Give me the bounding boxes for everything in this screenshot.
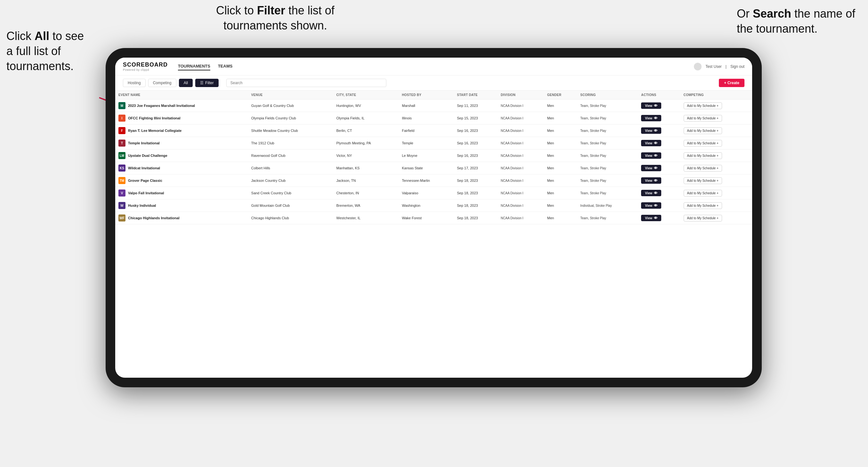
table-row: I OFCC Fighting Illini Invitational Olym… [115,112,752,125]
view-button-2[interactable]: View 👁 [641,127,661,134]
tab-all[interactable]: All [179,79,193,87]
cell-gender-3: Men [544,137,577,150]
eye-icon-2: 👁 [654,129,657,132]
cell-scoring-5: Team, Stroke Play [577,162,638,175]
cell-actions-3: View 👁 [638,137,680,150]
cell-date-9: Sep 18, 2023 [454,212,498,224]
cell-date-8: Sep 18, 2023 [454,199,498,212]
cell-scoring-7: Team, Stroke Play [577,187,638,199]
event-name-4: Upstate Dual Challenge [128,154,167,157]
eye-icon-7: 👁 [654,191,657,195]
event-name-0: 2023 Joe Feaganes Marshall Invitational [128,104,195,107]
cell-hosted-1: Illinois [399,112,454,125]
view-button-7[interactable]: View 👁 [641,190,661,196]
view-button-5[interactable]: View 👁 [641,165,661,171]
add-schedule-button-9[interactable]: Add to My Schedule + [684,215,722,221]
eye-icon-9: 👁 [654,216,657,220]
cell-city-6: Jackson, TN [333,175,399,187]
view-button-6[interactable]: View 👁 [641,177,661,184]
cell-city-9: Westchester, IL [333,212,399,224]
view-button-1[interactable]: View 👁 [641,115,661,121]
nav-tournaments[interactable]: TOURNAMENTS [178,62,210,70]
cell-gender-5: Men [544,162,577,175]
col-event-name: EVENT NAME [115,91,248,99]
table-row: WF Chicago Highlands Invitational Chicag… [115,212,752,224]
col-city-state: CITY, STATE [333,91,399,99]
cell-gender-6: Men [544,175,577,187]
team-logo-1: I [118,115,125,122]
add-schedule-button-5[interactable]: Add to My Schedule + [684,165,722,172]
filter-button[interactable]: ☰ Filter [195,79,219,87]
app-logo-sub: Powered by clippd [123,68,168,71]
cell-scoring-6: Team, Stroke Play [577,175,638,187]
tablet-screen: SCOREBOARD Powered by clippd TOURNAMENTS… [115,58,752,378]
view-button-4[interactable]: View 👁 [641,152,661,159]
add-schedule-button-7[interactable]: Add to My Schedule + [684,190,722,196]
cell-gender-4: Men [544,150,577,162]
add-schedule-button-4[interactable]: Add to My Schedule + [684,152,722,159]
cell-division-2: NCAA Division I [498,125,544,137]
cell-event-5: KS Wildcat Invitational [115,162,248,175]
view-button-3[interactable]: View 👁 [641,140,661,146]
cell-venue-6: Jackson Country Club [248,175,333,187]
create-button[interactable]: + Create [719,79,744,87]
view-button-0[interactable]: View 👁 [641,102,661,109]
cell-competing-8: Add to My Schedule + [680,199,752,212]
cell-venue-3: The 1912 Club [248,137,333,150]
cell-event-7: V Valpo Fall Invitational [115,187,248,199]
add-schedule-button-2[interactable]: Add to My Schedule + [684,127,722,134]
logo-area: SCOREBOARD Powered by clippd [123,61,168,71]
search-input[interactable] [226,79,386,87]
cell-actions-1: View 👁 [638,112,680,125]
cell-date-0: Sep 11, 2023 [454,99,498,112]
cell-date-4: Sep 16, 2023 [454,150,498,162]
col-venue: VENUE [248,91,333,99]
add-schedule-button-6[interactable]: Add to My Schedule + [684,177,722,184]
cell-actions-4: View 👁 [638,150,680,162]
cell-competing-9: Add to My Schedule + [680,212,752,224]
cell-competing-4: Add to My Schedule + [680,150,752,162]
col-gender: GENDER [544,91,577,99]
cell-hosted-6: Tennessee-Martin [399,175,454,187]
cell-date-3: Sep 16, 2023 [454,137,498,150]
cell-division-4: NCAA Division I [498,150,544,162]
cell-event-8: W Husky Individual [115,199,248,212]
add-schedule-button-3[interactable]: Add to My Schedule + [684,140,722,147]
tab-competing[interactable]: Competing [148,79,176,87]
cell-scoring-8: Individual, Stroke Play [577,199,638,212]
nav-teams[interactable]: TEAMS [218,62,233,70]
table-row: TM Grover Page Classic Jackson Country C… [115,175,752,187]
cell-city-1: Olympia Fields, IL [333,112,399,125]
add-schedule-button-8[interactable]: Add to My Schedule + [684,202,722,209]
table-row: W Husky Individual Gold Mountain Golf Cl… [115,199,752,212]
cell-competing-2: Add to My Schedule + [680,125,752,137]
table-container[interactable]: EVENT NAME VENUE CITY, STATE HOSTED BY S… [115,91,752,378]
add-schedule-button-1[interactable]: Add to My Schedule + [684,115,722,122]
event-name-9: Chicago Highlands Invitational [128,216,180,220]
cell-city-2: Berlin, CT [333,125,399,137]
cell-event-0: M 2023 Joe Feaganes Marshall Invitationa… [115,99,248,112]
view-button-9[interactable]: View 👁 [641,215,661,221]
tablet-frame: SCOREBOARD Powered by clippd TOURNAMENTS… [105,48,762,387]
cell-hosted-8: Washington [399,199,454,212]
cell-venue-0: Guyan Golf & Country Club [248,99,333,112]
nav-right: Test User | Sign out [694,63,744,70]
cell-hosted-4: Le Moyne [399,150,454,162]
add-schedule-button-0[interactable]: Add to My Schedule + [684,102,722,109]
cell-gender-8: Men [544,199,577,212]
cell-venue-9: Chicago Highlands Club [248,212,333,224]
event-name-2: Ryan T. Lee Memorial Collegiate [128,129,182,132]
top-nav: SCOREBOARD Powered by clippd TOURNAMENTS… [115,58,752,75]
toolbar: Hosting Competing All ☰ Filter + Create [115,75,752,91]
view-button-8[interactable]: View 👁 [641,202,661,209]
cell-scoring-3: Team, Stroke Play [577,137,638,150]
tab-hosting[interactable]: Hosting [123,79,146,87]
cell-scoring-2: Team, Stroke Play [577,125,638,137]
cell-hosted-5: Kansas State [399,162,454,175]
sign-out-link[interactable]: Sign out [731,64,744,69]
cell-actions-6: View 👁 [638,175,680,187]
cell-hosted-7: Valparaiso [399,187,454,199]
cell-scoring-1: Team, Stroke Play [577,112,638,125]
cell-scoring-9: Team, Stroke Play [577,212,638,224]
eye-icon-6: 👁 [654,179,657,182]
